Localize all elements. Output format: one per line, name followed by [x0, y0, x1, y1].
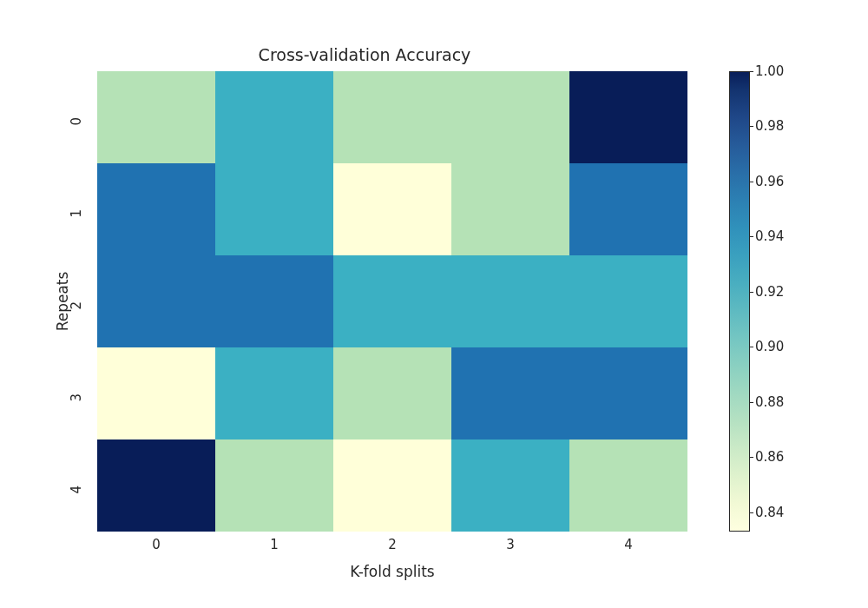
x-tick-label: 1 — [270, 537, 279, 552]
colorbar-tick-label: 0.84 — [755, 505, 784, 520]
heatmap-cell — [97, 439, 215, 532]
colorbar-tick-label: 0.90 — [755, 339, 784, 354]
heatmap-cell — [215, 347, 333, 439]
figure: Cross-validation Accuracy 01234 01234 K-… — [0, 0, 868, 608]
heatmap-cell — [451, 439, 569, 532]
colorbar-gradient — [729, 71, 750, 532]
heatmap-cell — [215, 71, 333, 163]
heatmap-cell — [333, 163, 451, 255]
x-tick-label: 4 — [624, 537, 633, 552]
colorbar-tick-label: 0.88 — [755, 394, 784, 410]
colorbar — [729, 71, 750, 532]
heatmap-cell — [215, 163, 333, 255]
heatmap-cell — [569, 347, 687, 439]
heatmap-cell — [569, 255, 687, 347]
heatmap-cell — [97, 71, 215, 163]
colorbar-tick-label: 0.98 — [755, 118, 784, 134]
heatmap-cell — [569, 163, 687, 255]
chart-title: Cross-validation Accuracy — [0, 45, 799, 64]
heatmap-grid — [97, 71, 687, 532]
heatmap-cell — [451, 255, 569, 347]
heatmap-cell — [215, 439, 333, 532]
heatmap-cell — [451, 347, 569, 439]
heatmap-cell — [333, 71, 451, 163]
x-tick-label: 2 — [388, 537, 397, 552]
x-tick-label: 3 — [506, 537, 515, 552]
heatmap-cell — [97, 163, 215, 255]
heatmap-cell — [97, 347, 215, 439]
heatmap-cell — [215, 255, 333, 347]
heatmap-cell — [451, 71, 569, 163]
x-axis-label: K-fold splits — [97, 563, 687, 580]
heatmap-cell — [333, 439, 451, 532]
colorbar-tick-container: 0.840.860.880.900.920.940.960.981.00 — [755, 71, 807, 532]
x-tick-container: 01234 — [97, 537, 687, 554]
colorbar-tick-label: 0.96 — [755, 174, 784, 189]
y-axis-label: Repeats — [33, 71, 93, 532]
heatmap-cell — [569, 439, 687, 532]
colorbar-tick-label: 0.86 — [755, 449, 784, 465]
heatmap-cell — [333, 347, 451, 439]
heatmap-cell — [97, 255, 215, 347]
colorbar-tick-label: 1.00 — [755, 63, 784, 79]
x-tick-label: 0 — [152, 537, 161, 552]
heatmap-cell — [451, 163, 569, 255]
heatmap-cell — [333, 255, 451, 347]
colorbar-tick-label: 0.94 — [755, 228, 784, 244]
heatmap-cell — [569, 71, 687, 163]
colorbar-tick-label: 0.92 — [755, 284, 784, 300]
heatmap-plot-area — [97, 71, 687, 532]
